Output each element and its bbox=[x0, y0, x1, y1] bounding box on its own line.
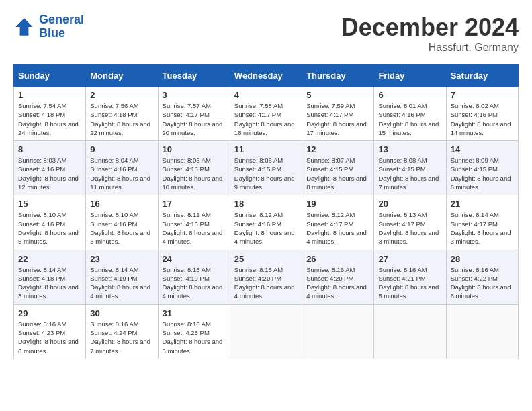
logo-icon bbox=[13, 16, 35, 38]
calendar-day-cell: 7 Sunrise: 8:02 AM Sunset: 4:16 PM Dayli… bbox=[446, 87, 518, 141]
day-info: Sunrise: 8:01 AM Sunset: 4:16 PM Dayligh… bbox=[378, 101, 441, 137]
calendar-day-cell bbox=[446, 304, 518, 359]
day-of-week-header: Friday bbox=[374, 65, 446, 87]
day-of-week-header: Tuesday bbox=[158, 65, 230, 87]
calendar-day-cell: 10 Sunrise: 8:05 AM Sunset: 4:15 PM Dayl… bbox=[158, 141, 230, 195]
day-number: 26 bbox=[306, 254, 369, 264]
month-title: December 2024 bbox=[341, 13, 519, 42]
calendar-day-cell: 30 Sunrise: 8:16 AM Sunset: 4:24 PM Dayl… bbox=[86, 304, 158, 359]
day-number: 6 bbox=[378, 90, 441, 100]
calendar-table: SundayMondayTuesdayWednesdayThursdayFrid… bbox=[13, 64, 519, 359]
day-number: 12 bbox=[306, 144, 369, 154]
day-info: Sunrise: 8:16 AM Sunset: 4:21 PM Dayligh… bbox=[378, 265, 441, 301]
calendar-day-cell: 11 Sunrise: 8:06 AM Sunset: 4:15 PM Dayl… bbox=[230, 141, 302, 195]
day-info: Sunrise: 8:16 AM Sunset: 4:23 PM Dayligh… bbox=[18, 320, 81, 355]
calendar-day-cell: 2 Sunrise: 7:56 AM Sunset: 4:18 PM Dayli… bbox=[86, 87, 158, 141]
calendar-week-row: 8 Sunrise: 8:03 AM Sunset: 4:16 PM Dayli… bbox=[14, 141, 519, 195]
day-number: 25 bbox=[234, 254, 298, 264]
day-number: 10 bbox=[163, 144, 226, 154]
calendar-day-cell: 12 Sunrise: 8:07 AM Sunset: 4:15 PM Dayl… bbox=[302, 141, 374, 195]
day-number: 15 bbox=[18, 199, 81, 209]
day-info: Sunrise: 8:16 AM Sunset: 4:24 PM Dayligh… bbox=[90, 320, 153, 355]
day-number: 3 bbox=[163, 90, 226, 100]
day-info: Sunrise: 8:14 AM Sunset: 4:17 PM Dayligh… bbox=[451, 210, 514, 246]
day-number: 16 bbox=[90, 199, 153, 209]
day-info: Sunrise: 8:14 AM Sunset: 4:18 PM Dayligh… bbox=[18, 265, 81, 301]
day-number: 29 bbox=[18, 308, 81, 318]
day-info: Sunrise: 8:16 AM Sunset: 4:20 PM Dayligh… bbox=[306, 265, 369, 301]
calendar-day-cell: 15 Sunrise: 8:10 AM Sunset: 4:16 PM Dayl… bbox=[14, 195, 86, 250]
page-header: General Blue December 2024 Hassfurt, Ger… bbox=[13, 13, 519, 54]
day-info: Sunrise: 7:59 AM Sunset: 4:17 PM Dayligh… bbox=[306, 101, 369, 137]
day-number: 17 bbox=[163, 199, 226, 209]
day-number: 24 bbox=[163, 254, 226, 264]
calendar-day-cell bbox=[302, 304, 374, 359]
day-of-week-header: Sunday bbox=[14, 65, 86, 87]
day-info: Sunrise: 8:06 AM Sunset: 4:15 PM Dayligh… bbox=[234, 156, 298, 191]
calendar-day-cell: 16 Sunrise: 8:10 AM Sunset: 4:16 PM Dayl… bbox=[86, 195, 158, 250]
day-number: 9 bbox=[90, 144, 153, 154]
calendar-day-cell: 17 Sunrise: 8:11 AM Sunset: 4:16 PM Dayl… bbox=[158, 195, 230, 250]
day-info: Sunrise: 8:12 AM Sunset: 4:16 PM Dayligh… bbox=[234, 210, 298, 246]
calendar-day-cell: 26 Sunrise: 8:16 AM Sunset: 4:20 PM Dayl… bbox=[302, 250, 374, 304]
location-title: Hassfurt, Germany bbox=[341, 42, 519, 54]
calendar-day-cell bbox=[230, 304, 302, 359]
calendar-day-cell: 19 Sunrise: 8:12 AM Sunset: 4:17 PM Dayl… bbox=[302, 195, 374, 250]
day-number: 18 bbox=[234, 199, 298, 209]
day-number: 23 bbox=[90, 254, 153, 264]
calendar-day-cell: 6 Sunrise: 8:01 AM Sunset: 4:16 PM Dayli… bbox=[374, 87, 446, 141]
day-info: Sunrise: 8:11 AM Sunset: 4:16 PM Dayligh… bbox=[163, 210, 226, 246]
day-info: Sunrise: 8:13 AM Sunset: 4:17 PM Dayligh… bbox=[378, 210, 441, 246]
day-number: 13 bbox=[378, 144, 441, 154]
day-info: Sunrise: 8:09 AM Sunset: 4:15 PM Dayligh… bbox=[451, 156, 514, 191]
day-number: 28 bbox=[451, 254, 514, 264]
day-number: 5 bbox=[306, 90, 369, 100]
day-number: 27 bbox=[378, 254, 441, 264]
calendar-day-cell: 28 Sunrise: 8:16 AM Sunset: 4:22 PM Dayl… bbox=[446, 250, 518, 304]
calendar-day-cell: 18 Sunrise: 8:12 AM Sunset: 4:16 PM Dayl… bbox=[230, 195, 302, 250]
calendar-day-cell: 8 Sunrise: 8:03 AM Sunset: 4:16 PM Dayli… bbox=[14, 141, 86, 195]
calendar-week-row: 22 Sunrise: 8:14 AM Sunset: 4:18 PM Dayl… bbox=[14, 250, 519, 304]
day-info: Sunrise: 7:57 AM Sunset: 4:17 PM Dayligh… bbox=[163, 101, 226, 137]
day-info: Sunrise: 8:15 AM Sunset: 4:19 PM Dayligh… bbox=[163, 265, 226, 301]
calendar-day-cell: 24 Sunrise: 8:15 AM Sunset: 4:19 PM Dayl… bbox=[158, 250, 230, 304]
day-number: 21 bbox=[451, 199, 514, 209]
title-block: December 2024 Hassfurt, Germany bbox=[341, 13, 519, 54]
day-info: Sunrise: 7:54 AM Sunset: 4:18 PM Dayligh… bbox=[18, 101, 81, 137]
day-number: 30 bbox=[90, 308, 153, 318]
day-info: Sunrise: 7:58 AM Sunset: 4:17 PM Dayligh… bbox=[234, 101, 298, 137]
day-number: 2 bbox=[90, 90, 153, 100]
calendar-day-cell: 4 Sunrise: 7:58 AM Sunset: 4:17 PM Dayli… bbox=[230, 87, 302, 141]
calendar-day-cell: 13 Sunrise: 8:08 AM Sunset: 4:15 PM Dayl… bbox=[374, 141, 446, 195]
day-number: 4 bbox=[234, 90, 298, 100]
calendar-day-cell: 5 Sunrise: 7:59 AM Sunset: 4:17 PM Dayli… bbox=[302, 87, 374, 141]
day-number: 20 bbox=[378, 199, 441, 209]
calendar-day-cell: 21 Sunrise: 8:14 AM Sunset: 4:17 PM Dayl… bbox=[446, 195, 518, 250]
day-info: Sunrise: 8:08 AM Sunset: 4:15 PM Dayligh… bbox=[378, 156, 441, 191]
day-info: Sunrise: 8:15 AM Sunset: 4:20 PM Dayligh… bbox=[234, 265, 298, 301]
day-info: Sunrise: 8:12 AM Sunset: 4:17 PM Dayligh… bbox=[306, 210, 369, 246]
logo: General Blue bbox=[13, 13, 84, 40]
calendar-day-cell: 31 Sunrise: 8:16 AM Sunset: 4:25 PM Dayl… bbox=[158, 304, 230, 359]
day-number: 31 bbox=[163, 308, 226, 318]
calendar-week-row: 1 Sunrise: 7:54 AM Sunset: 4:18 PM Dayli… bbox=[14, 87, 519, 141]
day-number: 8 bbox=[18, 144, 81, 154]
calendar-day-cell: 22 Sunrise: 8:14 AM Sunset: 4:18 PM Dayl… bbox=[14, 250, 86, 304]
day-info: Sunrise: 8:07 AM Sunset: 4:15 PM Dayligh… bbox=[306, 156, 369, 191]
calendar-day-cell: 25 Sunrise: 8:15 AM Sunset: 4:20 PM Dayl… bbox=[230, 250, 302, 304]
day-info: Sunrise: 8:16 AM Sunset: 4:22 PM Dayligh… bbox=[451, 265, 514, 301]
day-of-week-header: Monday bbox=[86, 65, 158, 87]
day-number: 11 bbox=[234, 144, 298, 154]
day-info: Sunrise: 8:10 AM Sunset: 4:16 PM Dayligh… bbox=[18, 210, 81, 246]
calendar-day-cell: 20 Sunrise: 8:13 AM Sunset: 4:17 PM Dayl… bbox=[374, 195, 446, 250]
day-number: 14 bbox=[451, 144, 514, 154]
day-info: Sunrise: 8:16 AM Sunset: 4:25 PM Dayligh… bbox=[163, 320, 226, 355]
calendar-day-cell: 9 Sunrise: 8:04 AM Sunset: 4:16 PM Dayli… bbox=[86, 141, 158, 195]
day-number: 1 bbox=[18, 90, 81, 100]
day-info: Sunrise: 8:03 AM Sunset: 4:16 PM Dayligh… bbox=[18, 156, 81, 191]
day-info: Sunrise: 8:05 AM Sunset: 4:15 PM Dayligh… bbox=[163, 156, 226, 191]
calendar-header-row: SundayMondayTuesdayWednesdayThursdayFrid… bbox=[14, 65, 519, 87]
day-of-week-header: Saturday bbox=[446, 65, 518, 87]
day-info: Sunrise: 8:04 AM Sunset: 4:16 PM Dayligh… bbox=[90, 156, 153, 191]
calendar-day-cell: 23 Sunrise: 8:14 AM Sunset: 4:19 PM Dayl… bbox=[86, 250, 158, 304]
